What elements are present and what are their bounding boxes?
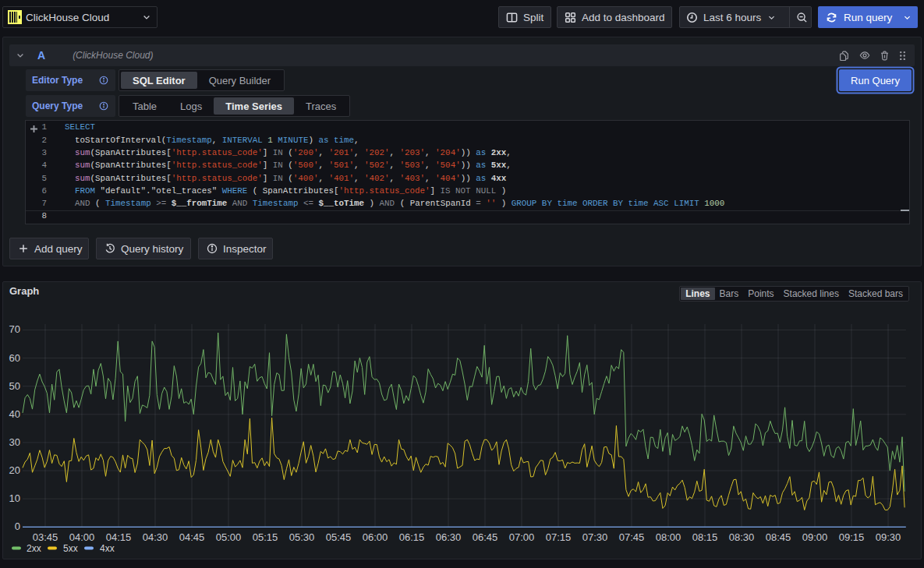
svg-text:07:00: 07:00 [509, 531, 535, 543]
svg-text:04:00: 04:00 [69, 531, 95, 543]
svg-text:04:15: 04:15 [106, 531, 132, 543]
svg-text:60: 60 [9, 352, 20, 364]
svg-text:5xx: 5xx [63, 543, 78, 554]
svg-text:07:15: 07:15 [546, 531, 572, 543]
svg-text:10: 10 [9, 492, 20, 504]
svg-text:06:30: 06:30 [436, 531, 462, 543]
svg-text:08:45: 08:45 [766, 531, 791, 543]
svg-text:08:00: 08:00 [656, 531, 681, 543]
svg-text:05:00: 05:00 [216, 531, 242, 543]
svg-text:06:45: 06:45 [473, 531, 498, 543]
svg-text:08:30: 08:30 [729, 531, 755, 543]
svg-text:2xx: 2xx [27, 543, 41, 554]
svg-text:09:30: 09:30 [876, 531, 901, 543]
svg-text:0: 0 [15, 520, 20, 532]
svg-text:03:45: 03:45 [33, 531, 58, 543]
svg-text:04:30: 04:30 [143, 531, 168, 543]
svg-text:06:00: 06:00 [363, 531, 388, 543]
svg-text:07:30: 07:30 [582, 531, 608, 543]
svg-text:05:15: 05:15 [253, 531, 278, 543]
svg-text:50: 50 [9, 380, 20, 392]
svg-text:30: 30 [9, 436, 20, 448]
svg-text:05:30: 05:30 [289, 531, 315, 543]
svg-text:06:15: 06:15 [399, 531, 425, 543]
svg-text:4xx: 4xx [100, 543, 115, 554]
svg-text:05:45: 05:45 [326, 531, 352, 543]
svg-text:40: 40 [9, 408, 20, 420]
svg-text:09:15: 09:15 [839, 531, 865, 543]
svg-text:08:15: 08:15 [692, 531, 718, 543]
svg-text:70: 70 [9, 323, 20, 335]
svg-text:07:45: 07:45 [619, 531, 645, 543]
svg-text:09:00: 09:00 [802, 531, 828, 543]
svg-text:04:45: 04:45 [179, 531, 205, 543]
svg-text:20: 20 [9, 464, 20, 476]
